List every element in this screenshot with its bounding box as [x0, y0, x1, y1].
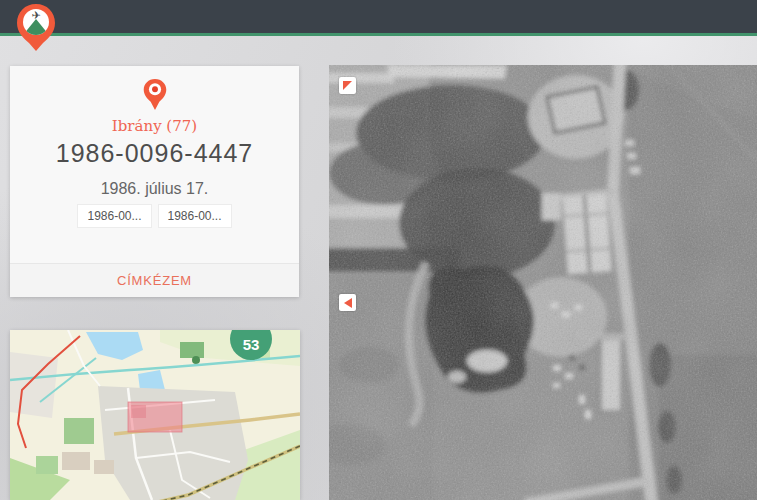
related-photo-button[interactable]: 1986-00...: [158, 204, 232, 228]
header-divider: [0, 33, 757, 36]
header: [0, 0, 757, 33]
related-photos: 1986-00... 1986-00...: [10, 204, 299, 228]
photo-date: 1986. július 17.: [10, 180, 299, 198]
aerial-photo-image: [329, 65, 757, 500]
expand-icon: [343, 81, 352, 90]
fullscreen-button[interactable]: [339, 77, 356, 94]
previous-photo-button[interactable]: [339, 294, 356, 311]
previous-icon: [344, 298, 352, 308]
aerial-photo-viewer[interactable]: [329, 65, 757, 500]
photo-info-card: Ibrány (77) 1986-0096-4447 1986. július …: [10, 66, 299, 297]
location-pin-icon: [142, 78, 168, 111]
related-photo-button[interactable]: 1986-00...: [77, 204, 151, 228]
logo-pin-icon[interactable]: ✈: [13, 2, 59, 52]
photo-id: 1986-0096-4447: [10, 139, 299, 168]
tag-button[interactable]: CÍMKÉZEM: [117, 273, 192, 288]
location-label[interactable]: Ibrány (77): [10, 117, 299, 135]
map-thumbnail[interactable]: 53: [10, 330, 300, 500]
svg-text:✈: ✈: [31, 9, 40, 21]
card-footer: CÍMKÉZEM: [10, 263, 299, 297]
